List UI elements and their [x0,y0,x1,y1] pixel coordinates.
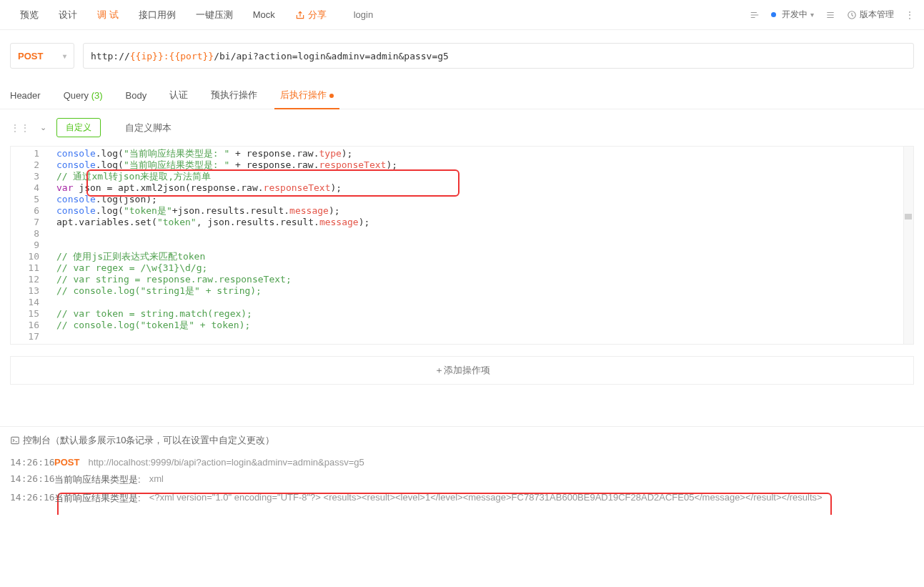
console-row: 14:26:16当前响应结果类型是:<?xml version="1.0" en… [10,489,914,508]
status-label: 开发中 [782,9,808,21]
console-icon [10,435,20,445]
main-tab-bar: 预览 设计 调 试 接口用例 一键压测 Mock 分享 login 开发中 ▾ … [0,0,924,30]
url-bar: POST ▾ http://{{ip}}:{{port}}/bi/api?act… [10,43,914,69]
code-line[interactable] [45,297,913,308]
code-line[interactable]: // console.log("string1是" + string); [45,285,913,297]
code-line[interactable]: console.log("token是"+json.results.result… [45,205,913,217]
console-panel: 控制台（默认最多展示10条记录，可以在设置中自定义更改） 14:26:16POS… [0,426,924,515]
code-line[interactable]: apt.variables.set("token", json.results.… [45,217,913,228]
subtab-body[interactable]: Body [126,83,147,108]
tab-login[interactable]: login [344,0,383,30]
scrollbar[interactable] [903,147,913,344]
tab-pressure[interactable]: 一键压测 [186,0,243,30]
console-label: 当前响应结果类型是: [54,473,141,486]
collapse-chevron-icon[interactable]: ⌄ [40,123,46,132]
more-icon[interactable]: ⋮ [905,10,914,20]
version-label: 版本管理 [860,9,894,21]
header-left: 预览 设计 调 试 接口用例 一键压测 Mock 分享 login [10,0,383,30]
tab-mock[interactable]: Mock [243,0,285,30]
method-value: POST [18,51,43,61]
code-line[interactable]: // var regex = /\w{31}\d/g; [45,262,913,274]
console-header: 控制台（默认最多展示10条记录，可以在设置中自定义更改） [10,434,914,447]
script-type-label: 自定义脚本 [125,122,172,134]
svg-rect-1 [11,437,19,443]
console-value: xml [149,473,164,484]
console-value: <?xml version="1.0" encoding="UTF-8"?> <… [149,492,823,503]
add-operation-button[interactable]: ＋添加操作项 [10,356,914,385]
query-label: Query [64,90,89,101]
code-line[interactable] [45,240,913,251]
url-input[interactable]: http://{{ip}}:{{port}}/bi/api?action=log… [83,43,914,69]
tab-share[interactable]: 分享 [285,0,337,30]
clock-icon [847,10,857,20]
share-icon [295,10,305,20]
console-row: 14:26:16当前响应结果类型是:xml [10,470,914,489]
menu-icon[interactable] [750,10,760,20]
console-time: 14:26:16 [10,457,46,468]
method-select[interactable]: POST ▾ [10,43,74,69]
drag-handle-icon[interactable]: ⋮⋮ [10,122,30,134]
code-line[interactable]: console.log("当前响应结果类型是: " + response.raw… [45,159,913,171]
url-prefix: http:// [91,51,130,61]
code-line[interactable]: // var token = string.match(regex); [45,308,913,320]
tab-design[interactable]: 设计 [49,0,87,30]
code-line[interactable]: console.log("当前响应结果类型是: " + response.raw… [45,148,913,159]
console-row: 14:26:16POSThttp://localhost:9999/bi/api… [10,454,914,470]
chevron-down-icon: ▾ [810,11,814,19]
status-dot-icon [771,12,776,17]
code-line[interactable] [45,331,913,342]
url-variable: {{ip}}:{{port}} [130,51,214,61]
code-line[interactable]: // 通过xml转json来提取,方法简单 [45,171,913,182]
modified-dot-icon [329,94,334,98]
code-editor[interactable]: 1234567891011121314151617 console.log("当… [10,146,914,345]
tab-api-case[interactable]: 接口用例 [129,0,186,30]
subtab-pre-exec[interactable]: 预执行操作 [211,82,257,109]
code-line[interactable]: // console.log("token1是" + token); [45,320,913,331]
code-line[interactable] [45,228,913,240]
console-time: 14:26:16 [10,473,46,484]
console-method: POST [54,457,79,468]
code-line[interactable]: // 使用js正则表达式来匹配token [45,251,913,262]
scroll-marker [905,214,912,219]
subtab-header[interactable]: Header [10,83,41,108]
tab-debug[interactable]: 调 试 [87,0,129,30]
query-count: (3) [91,90,103,101]
subtab-query[interactable]: Query (3) [64,83,103,108]
tab-preview[interactable]: 预览 [10,0,49,30]
script-toolbar: ⋮⋮ ⌄ 自定义 自定义脚本 [0,109,924,146]
console-title: 控制台（默认最多展示10条记录，可以在设置中自定义更改） [23,434,274,447]
header-right: 开发中 ▾ 版本管理 ⋮ [750,9,914,21]
console-time: 14:26:16 [10,492,46,503]
subtab-post-exec[interactable]: 后执行操作 [280,82,334,109]
share-label: 分享 [308,9,327,21]
post-exec-label: 后执行操作 [280,89,327,100]
code-area[interactable]: console.log("当前响应结果类型是: " + response.raw… [45,147,913,344]
request-sub-tabs: Header Query (3) Body 认证 预执行操作 后执行操作 [0,82,924,109]
status-dropdown[interactable]: 开发中 ▾ [771,9,814,21]
plus-icon: ＋ [434,364,444,377]
list-icon[interactable] [825,10,835,20]
code-line[interactable]: // var string = response.raw.responseTex… [45,274,913,285]
console-url: http://localhost:9999/bi/api?action=logi… [88,457,364,468]
add-operation-label: 添加操作项 [444,364,490,377]
subtab-auth[interactable]: 认证 [169,82,188,109]
console-label: 当前响应结果类型是: [54,492,141,505]
chevron-down-icon: ▾ [63,52,66,60]
url-suffix: /bi/api?action=login&adminv=admin&passv=… [214,51,449,61]
version-button[interactable]: 版本管理 [847,9,894,21]
custom-button[interactable]: 自定义 [56,118,101,137]
code-line[interactable]: console.log(json); [45,194,913,205]
line-gutter: 1234567891011121314151617 [11,147,45,344]
code-line[interactable]: var json = apt.xml2json(response.raw.res… [45,182,913,194]
